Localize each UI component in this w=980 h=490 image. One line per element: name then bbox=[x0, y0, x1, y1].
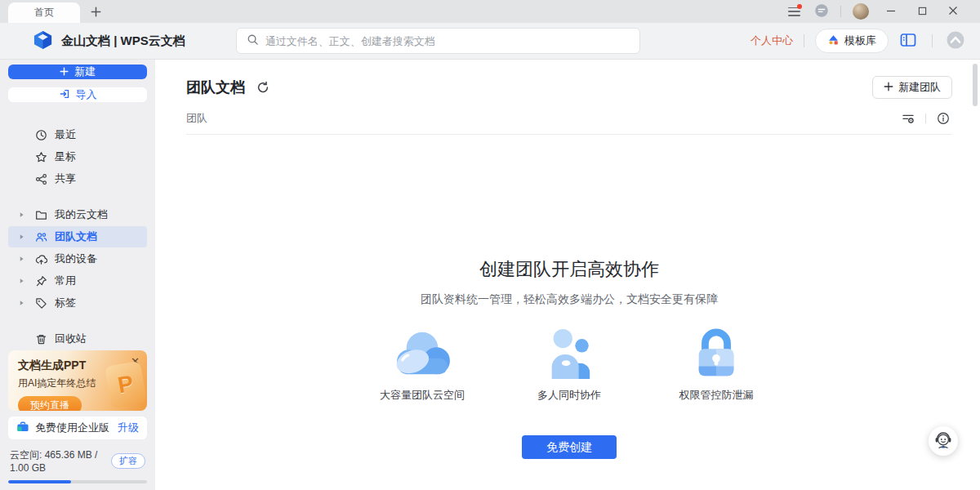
sidebar-item-frequent[interactable]: 常用 bbox=[8, 270, 147, 292]
upgrade-link[interactable]: 升级 bbox=[118, 421, 139, 435]
chevron-right-icon[interactable] bbox=[18, 256, 24, 262]
new-document-label: 新建 bbox=[74, 65, 96, 79]
minimize-button[interactable] bbox=[875, 1, 906, 22]
free-create-button[interactable]: 免费创建 bbox=[522, 435, 617, 459]
feature-permissions: 权限管控防泄漏 bbox=[670, 327, 762, 403]
sidebar-item-label: 我的设备 bbox=[55, 252, 97, 266]
sidebar-item-label: 标签 bbox=[55, 296, 76, 310]
sidebar-item-recycle-bin[interactable]: 回收站 bbox=[8, 328, 147, 350]
sidebar-item-starred[interactable]: 星标 bbox=[8, 146, 147, 167]
scroll-top-button[interactable] bbox=[943, 29, 968, 53]
info-button[interactable] bbox=[934, 110, 952, 127]
close-icon bbox=[948, 6, 958, 18]
personal-center-link[interactable]: 个人中心 bbox=[751, 33, 793, 48]
sidebar-quick-nav: 最近 星标 共享 bbox=[8, 123, 147, 190]
sidebar-tree-nav: 我的云文档 团队文档 bbox=[8, 203, 147, 314]
header-actions: 个人中心 模板库 bbox=[751, 29, 968, 53]
team-icon bbox=[34, 230, 47, 243]
scrollbar-thumb[interactable] bbox=[973, 64, 978, 106]
sidebar-item-recent[interactable]: 最近 bbox=[8, 124, 147, 145]
ad-cta-button[interactable]: 预约直播 bbox=[18, 396, 82, 411]
section-label: 团队 bbox=[186, 111, 207, 126]
tag-icon bbox=[34, 296, 47, 310]
new-team-button[interactable]: 新建团队 bbox=[872, 76, 952, 99]
chevron-right-icon[interactable] bbox=[18, 212, 24, 218]
pin-icon bbox=[34, 274, 47, 287]
enterprise-upsell-card[interactable]: 免费使用企业版 升级 bbox=[8, 416, 147, 439]
import-button[interactable]: 导入 bbox=[8, 87, 147, 102]
sidebar-item-label: 回收站 bbox=[55, 332, 87, 346]
new-tab-button[interactable] bbox=[85, 2, 106, 23]
sidebar-item-label: 常用 bbox=[55, 274, 76, 288]
device-cloud-icon bbox=[34, 252, 47, 265]
separator bbox=[804, 34, 804, 47]
folder-icon bbox=[34, 208, 47, 221]
customer-service-icon bbox=[933, 430, 954, 453]
template-library-icon bbox=[827, 33, 840, 48]
maximize-button[interactable] bbox=[906, 1, 938, 22]
app-title: 金山文档 | WPS云文档 bbox=[61, 33, 185, 49]
sidebar-item-label: 团队文档 bbox=[55, 229, 97, 244]
enterprise-label: 免费使用企业版 bbox=[35, 421, 112, 435]
sidebar-item-label: 共享 bbox=[55, 172, 76, 186]
search-bar[interactable] bbox=[236, 28, 640, 54]
close-button[interactable] bbox=[938, 1, 969, 22]
plus-icon bbox=[91, 7, 101, 20]
sidebar-item-label: 最近 bbox=[55, 127, 76, 142]
app-body: 新建 导入 最近 bbox=[0, 59, 980, 490]
customer-service-button[interactable] bbox=[929, 426, 958, 456]
view-settings-button[interactable] bbox=[899, 110, 917, 127]
main-menu-button[interactable] bbox=[780, 2, 808, 21]
storage-progress-track bbox=[8, 480, 147, 483]
sidebar-item-team-docs[interactable]: 团队文档 bbox=[8, 226, 147, 247]
search-icon bbox=[247, 33, 259, 48]
user-avatar[interactable] bbox=[853, 3, 869, 20]
chevron-right-icon[interactable] bbox=[18, 278, 24, 284]
feature-label: 权限管控防泄漏 bbox=[679, 388, 754, 403]
chevron-right-icon[interactable] bbox=[18, 300, 24, 306]
feature-list: 大容量团队云空间 bbox=[376, 327, 762, 403]
template-library-button[interactable]: 模板库 bbox=[815, 29, 889, 53]
page-title-row: 团队文档 新建团队 bbox=[186, 76, 952, 99]
feature-collaboration: 多人同时协作 bbox=[523, 327, 615, 403]
template-library-label: 模板库 bbox=[844, 33, 876, 48]
separator bbox=[932, 34, 933, 47]
messages-button[interactable] bbox=[808, 2, 835, 21]
sidebar-item-label: 星标 bbox=[55, 149, 76, 164]
minimize-icon bbox=[886, 6, 896, 18]
sidebar-item-shared[interactable]: 共享 bbox=[8, 168, 147, 189]
search-input[interactable] bbox=[265, 35, 630, 47]
plus-icon bbox=[60, 66, 69, 78]
separator bbox=[840, 6, 841, 17]
empty-state-subtitle: 团队资料统一管理，轻松高效多端办公，文档安全更有保障 bbox=[421, 292, 718, 307]
chevron-up-circle-icon bbox=[946, 30, 965, 52]
sidebar-item-my-cloud-docs[interactable]: 我的云文档 bbox=[8, 204, 147, 225]
tab-home-label: 首页 bbox=[34, 6, 54, 20]
sidebar-item-my-devices[interactable]: 我的设备 bbox=[8, 248, 147, 270]
clock-icon bbox=[34, 128, 47, 141]
side-panel-button[interactable] bbox=[895, 29, 921, 53]
storage-progress-fill bbox=[8, 480, 71, 483]
cloud-icon bbox=[389, 327, 456, 379]
new-document-button[interactable]: 新建 bbox=[8, 65, 147, 79]
tabbar-controls bbox=[780, 0, 980, 23]
chevron-right-icon[interactable] bbox=[18, 234, 24, 240]
promo-ad-card[interactable]: 文档生成PPT 用AI搞定年终总结 预约直播 ✕ P bbox=[8, 350, 147, 411]
tab-home[interactable]: 首页 bbox=[8, 2, 80, 23]
section-header-row: 团队 bbox=[186, 110, 952, 135]
share-icon bbox=[34, 172, 47, 185]
people-icon bbox=[542, 327, 596, 379]
expand-storage-button[interactable]: 扩容 bbox=[111, 453, 145, 469]
star-icon bbox=[34, 150, 47, 163]
chat-bubble-icon bbox=[814, 3, 829, 20]
page-title: 团队文档 bbox=[186, 78, 245, 97]
feature-label: 大容量团队云空间 bbox=[380, 388, 465, 403]
sidebar-item-tags[interactable]: 标签 bbox=[8, 292, 147, 314]
plus-icon bbox=[884, 82, 893, 94]
storage-usage-label: 云空间: 465.36 MB / 1.00 GB bbox=[10, 448, 111, 474]
feature-label: 多人同时协作 bbox=[537, 388, 601, 403]
main-content: 团队文档 新建团队 团队 bbox=[155, 60, 980, 490]
separator bbox=[925, 114, 926, 123]
refresh-button[interactable] bbox=[255, 79, 271, 96]
section-actions bbox=[899, 110, 952, 127]
